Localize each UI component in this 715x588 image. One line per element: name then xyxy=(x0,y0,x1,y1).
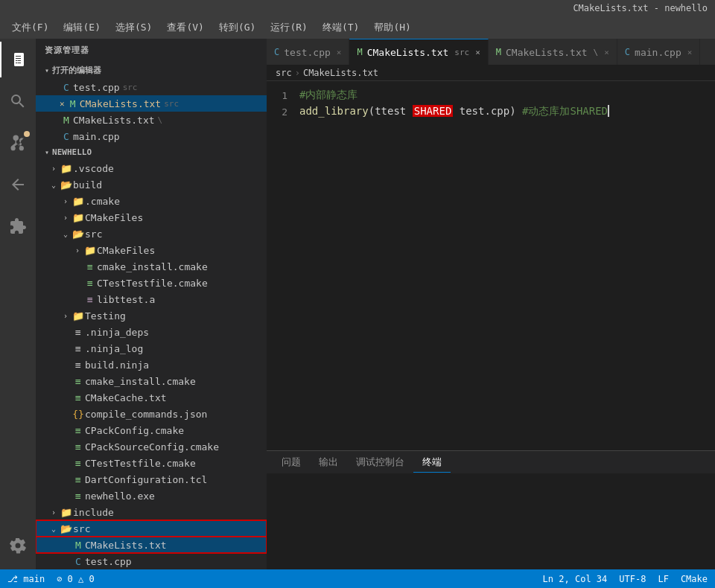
tree-libttest[interactable]: › ≡ libttest.a xyxy=(36,291,267,307)
json-icon: {} xyxy=(72,409,85,420)
menu-terminal[interactable]: 终端(T) xyxy=(317,18,365,37)
breadcrumb-src[interactable]: src xyxy=(276,68,292,78)
code-line-1: 1 #内部静态库 xyxy=(267,87,715,103)
cmakelists-active-icon: M xyxy=(72,540,85,551)
tab-cmakelists-src[interactable]: M CMakeLists.txt src × xyxy=(349,39,488,65)
tab-close-cmake-src[interactable]: × xyxy=(475,48,480,57)
tree-ctestfile-root[interactable]: › ≡ CTestTestfile.cmake xyxy=(36,455,267,471)
tree-cmakecache[interactable]: › ≡ CMakeCache.txt xyxy=(36,389,267,406)
line2-content: add_library(ttest SHARED test.cpp) #动态库加… xyxy=(299,105,609,118)
tab-c-icon: C xyxy=(274,47,279,57)
shared-highlight: SHARED xyxy=(413,105,454,117)
menu-view[interactable]: 查看(V) xyxy=(161,18,209,37)
tree-dart[interactable]: › ≡ DartConfiguration.tcl xyxy=(36,471,267,488)
open-editors-arrow: ▾ xyxy=(45,66,49,74)
tab-test-cpp[interactable]: C test.cpp × xyxy=(267,39,349,65)
tree-cmakelists-active[interactable]: › M CMakeLists.txt xyxy=(36,537,267,553)
panel-tab-terminal[interactable]: 终端 xyxy=(413,453,451,473)
exe-icon: ≡ xyxy=(72,490,85,502)
menu-edit[interactable]: 编辑(E) xyxy=(57,18,106,37)
editor-tabs: C test.cpp × M CMakeLists.txt src × M CM… xyxy=(267,39,715,65)
tree-testing[interactable]: › 📁 Testing xyxy=(36,307,267,324)
menu-help[interactable]: 帮助(H) xyxy=(368,18,416,37)
tree-cmake-install-src[interactable]: › ≡ cmake_install.cmake xyxy=(36,258,267,275)
tree-cmakefiles1[interactable]: › 📁 CMakeFiles xyxy=(36,209,267,226)
panel: 问题 输出 调试控制台 终端 xyxy=(267,450,715,569)
menu-goto[interactable]: 转到(G) xyxy=(213,18,261,37)
root-folder[interactable]: ▾ NEWHELLO xyxy=(36,144,267,160)
tab-cmakelists-root[interactable]: M CMakeLists.txt \ × xyxy=(489,39,617,65)
cmake-icon2: M xyxy=(60,115,73,126)
status-cursor[interactable]: Ln 2, Col 34 xyxy=(543,574,608,584)
src-root-folder-icon: 📂 xyxy=(60,523,73,534)
folder-cmakefiles-icon: 📁 xyxy=(72,212,85,223)
line1-content: #内部静态库 xyxy=(299,89,358,102)
status-encoding[interactable]: UTF-8 xyxy=(619,574,646,584)
activity-search[interactable] xyxy=(0,83,36,119)
tab-main-cpp[interactable]: C main.cpp × xyxy=(617,39,700,65)
cpacksource-icon: ≡ xyxy=(72,441,85,453)
tree-build-ninja[interactable]: › ≡ build.ninja xyxy=(36,357,267,373)
tree-cmake-hidden[interactable]: › 📁 .cmake xyxy=(36,193,267,209)
open-editors-section[interactable]: ▾ 打开的编辑器 xyxy=(36,62,267,79)
c-icon2: C xyxy=(60,131,73,142)
folder-src-cmakefiles-icon: 📁 xyxy=(83,245,97,256)
open-editor-test-cpp[interactable]: C test.cpp src xyxy=(36,79,267,95)
tree-build-src[interactable]: ⌄ 📂 src xyxy=(36,226,267,242)
panel-tab-output[interactable]: 输出 xyxy=(310,453,347,473)
tree-ctestfile-src[interactable]: › ≡ CTestTestfile.cmake xyxy=(36,275,267,291)
code-editor[interactable]: 1 #内部静态库 2 add_library(ttest SHARED test… xyxy=(267,81,715,450)
panel-tab-debug[interactable]: 调试控制台 xyxy=(347,453,413,473)
titlebar-text: CMakeLists.txt - newhello xyxy=(573,3,708,13)
open-editor-cmakelists-root[interactable]: M CMakeLists.txt \ xyxy=(36,112,267,128)
status-git[interactable]: ⎇ main xyxy=(7,574,45,584)
tree-cpackconfig[interactable]: › ≡ CPackConfig.cmake xyxy=(36,422,267,438)
menu-file[interactable]: 文件(F) xyxy=(6,18,54,37)
tab-cmake2-icon: M xyxy=(496,47,501,57)
activity-explorer[interactable] xyxy=(0,42,36,77)
tree-newhello-exe[interactable]: › ≡ newhello.exe xyxy=(36,488,267,504)
breadcrumb-sep1: › xyxy=(295,68,300,78)
tree-test-cpp[interactable]: › C test.cpp xyxy=(36,553,267,569)
activity-debug[interactable] xyxy=(0,167,36,202)
statusbar: ⎇ main ⊘ 0 △ 0 Ln 2, Col 34 UTF-8 LF CMa… xyxy=(0,569,715,588)
menu-select[interactable]: 选择(S) xyxy=(109,18,158,37)
tree-ninja-log[interactable]: › ≡ .ninja_log xyxy=(36,340,267,357)
open-editor-cmakelists-src[interactable]: ✕ M CMakeLists.txt src xyxy=(36,95,267,112)
panel-content[interactable] xyxy=(267,473,715,569)
tree-build[interactable]: ⌄ 📂 build xyxy=(36,176,267,193)
status-lang[interactable]: CMake xyxy=(681,574,708,584)
tree-vscode[interactable]: › 📁 .vscode xyxy=(36,160,267,176)
tab-close-test[interactable]: × xyxy=(337,48,342,57)
folder-build-icon: 📂 xyxy=(60,179,73,191)
activity-extensions[interactable] xyxy=(0,208,36,244)
panel-tab-problems[interactable]: 问题 xyxy=(273,453,310,473)
tree-cmake-install-root[interactable]: › ≡ cmake_install.cmake xyxy=(36,373,267,389)
folder-icon: 📁 xyxy=(60,163,73,174)
git-dot xyxy=(24,131,30,137)
cmake-install-icon: ≡ xyxy=(83,261,97,272)
root-arrow: ▾ xyxy=(45,148,49,156)
open-editor-main-cpp[interactable]: C main.cpp xyxy=(36,128,267,144)
cmake-icon: M xyxy=(66,98,80,109)
tree-src-cmakefiles[interactable]: › 📁 CMakeFiles xyxy=(36,242,267,258)
activity-git[interactable] xyxy=(0,125,36,161)
status-eol[interactable]: LF xyxy=(658,574,668,584)
menu-run[interactable]: 运行(R) xyxy=(264,18,313,37)
tree-src-root[interactable]: ⌄ 📂 src xyxy=(36,520,267,537)
tree-include[interactable]: › 📁 include xyxy=(36,504,267,520)
ninja-deps-icon: ≡ xyxy=(72,327,85,338)
activitybar xyxy=(0,39,36,569)
tab-close-cmake-root[interactable]: × xyxy=(604,48,609,57)
dart-icon: ≡ xyxy=(72,474,85,485)
breadcrumb-file[interactable]: CMakeLists.txt xyxy=(303,68,378,78)
status-errors[interactable]: ⊘ 0 △ 0 xyxy=(57,574,95,584)
tree-compile-commands[interactable]: › {} compile_commands.json xyxy=(36,406,267,422)
tree-ninja-deps[interactable]: › ≡ .ninja_deps xyxy=(36,324,267,340)
tab-cmake-icon: M xyxy=(357,47,362,57)
tree-cpacksource[interactable]: › ≡ CPackSourceConfig.cmake xyxy=(36,438,267,455)
activity-settings[interactable] xyxy=(0,528,36,563)
main-layout: 资源管理器 ▾ 打开的编辑器 C test.cpp src ✕ M CMakeL… xyxy=(0,39,715,569)
tab-close-main[interactable]: × xyxy=(687,48,693,57)
ctestfile-root-icon: ≡ xyxy=(72,458,85,469)
